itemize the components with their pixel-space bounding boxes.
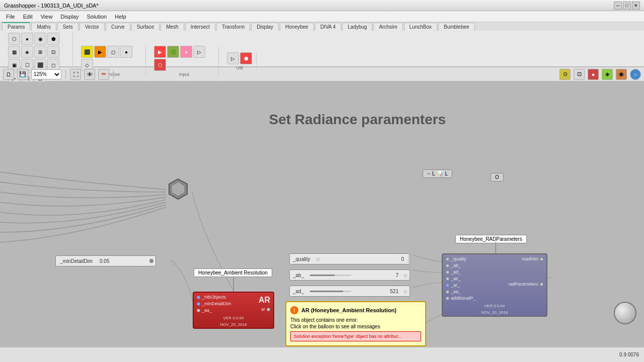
port-label-ab: _ab_ bbox=[451, 263, 461, 268]
maximize-button[interactable]: □ bbox=[623, 2, 631, 10]
rad-port-ab: _ab_ bbox=[446, 263, 495, 268]
tab-archsim[interactable]: Archsim bbox=[373, 23, 403, 31]
tab-diva4[interactable]: DIVA 4 bbox=[315, 23, 341, 31]
menu-view[interactable]: View bbox=[37, 13, 57, 21]
hex-node[interactable] bbox=[166, 177, 190, 201]
menu-solution[interactable]: Solution bbox=[83, 13, 111, 21]
ambient-date: NOV_20_2018 bbox=[194, 321, 273, 328]
tab-ladybug[interactable]: Ladybug bbox=[342, 23, 372, 31]
port-min-dot bbox=[197, 302, 200, 306]
menu-file[interactable]: File bbox=[2, 13, 19, 21]
ribbon-icon-p3[interactable]: ◻ bbox=[107, 46, 119, 58]
tab-vector[interactable]: Vector bbox=[79, 23, 105, 31]
quality-value: 0 bbox=[323, 255, 407, 263]
ribbon-icon-i2[interactable]: 🌿 bbox=[167, 46, 179, 58]
ribbon-icon-i5[interactable]: ⬡ bbox=[154, 59, 166, 71]
ribbon-icon-3[interactable]: ◉ bbox=[34, 33, 46, 45]
tab-surface[interactable]: Surface bbox=[131, 23, 159, 31]
ar-port-label: ar bbox=[261, 307, 265, 312]
titlebar: Grasshopper - 190313_DA_UDI_sDA* ─ □ ✕ bbox=[0, 0, 644, 11]
top-node-graph-icon: 📊 bbox=[437, 171, 443, 176]
ab-node-label: _ab_ bbox=[290, 272, 307, 279]
sketch-button[interactable]: ✏ bbox=[98, 69, 109, 80]
ribbon-icon-8[interactable]: ⊡ bbox=[47, 46, 59, 58]
port-dot-quality bbox=[446, 257, 449, 261]
tab-bumblebee[interactable]: Bumblebee bbox=[438, 23, 475, 31]
ribbon-group-util-label: Util bbox=[236, 65, 243, 70]
rad-out-readme: readMe! bbox=[522, 256, 543, 261]
tab-intersect[interactable]: Intersect bbox=[185, 23, 215, 31]
new-button[interactable]: 🗋 bbox=[3, 69, 14, 80]
ribbon-icon-1[interactable]: ⬡ bbox=[8, 33, 20, 45]
ab-slider-track[interactable] bbox=[310, 275, 351, 276]
balloon-error-click: Click on the balloon to see all messages bbox=[290, 324, 421, 329]
balloon-error-intro: This object contains one error. bbox=[290, 317, 421, 323]
rad-params-label: Honeybee_RADParameters bbox=[455, 235, 527, 243]
tab-lunchbox[interactable]: LunchBox bbox=[404, 23, 437, 31]
ambient-outputs: AR ar bbox=[233, 295, 270, 313]
ad-slider-fill bbox=[310, 291, 343, 292]
tab-maths[interactable]: Maths bbox=[31, 23, 56, 31]
close-button[interactable]: ✕ bbox=[632, 2, 640, 10]
tab-mesh[interactable]: Mesh bbox=[160, 23, 184, 31]
tab-display[interactable]: Display bbox=[251, 23, 279, 31]
tab-honeybee[interactable]: Honeybee bbox=[280, 23, 314, 31]
canvas[interactable]: Set Radiance paramenters ━ L 📊 L O Honey… bbox=[0, 81, 644, 347]
ribbon-icon-p1[interactable]: ⬛ bbox=[81, 46, 93, 58]
nav-button4[interactable]: ◈ bbox=[602, 69, 613, 80]
port-dot-addl bbox=[446, 297, 449, 300]
port-dot-out-readme bbox=[540, 257, 543, 261]
quality-node[interactable]: _quality ◇ 0 bbox=[289, 253, 410, 264]
menu-display[interactable]: Display bbox=[56, 13, 83, 21]
nav-button1[interactable]: ⊙ bbox=[559, 69, 571, 80]
top-node-l2-label: L bbox=[445, 171, 448, 176]
zoom-select[interactable]: 125% 100% 75% 50% bbox=[31, 69, 61, 79]
rad-port-as: _as_ bbox=[446, 276, 495, 281]
ribbon-icon-i4[interactable]: ▷ bbox=[193, 46, 205, 58]
ribbon-icon-p2[interactable]: ▶ bbox=[94, 46, 106, 58]
save-button[interactable]: 💾 bbox=[17, 69, 28, 80]
ribbon-icon-2[interactable]: ● bbox=[21, 33, 33, 45]
menu-edit[interactable]: Edit bbox=[19, 13, 37, 21]
ambient-node[interactable]: _HBObjects _minDetailDim _aa_ AR ar bbox=[193, 292, 274, 329]
nav-button3[interactable]: ● bbox=[588, 69, 599, 80]
ribbon-icon-i3[interactable]: ♦ bbox=[180, 46, 192, 58]
ambient-port-min: _minDetailDim bbox=[197, 301, 233, 306]
ribbon-icon-i1[interactable]: ▶ bbox=[154, 46, 166, 58]
ad-node[interactable]: _ad_ 521 ◇ bbox=[289, 286, 410, 297]
fit-button[interactable]: ⛶ bbox=[70, 69, 81, 80]
tab-transform[interactable]: Transform bbox=[216, 23, 250, 31]
tab-sets[interactable]: Sets bbox=[57, 23, 78, 31]
port-dot-ad bbox=[446, 270, 449, 274]
nav-button5[interactable]: ◉ bbox=[616, 69, 627, 80]
ribbon-icon-p4[interactable]: ● bbox=[120, 46, 132, 58]
nav-sphere[interactable] bbox=[614, 302, 636, 324]
ar-port-dot bbox=[267, 308, 270, 311]
port-dot-ar bbox=[446, 284, 449, 287]
ab-node[interactable]: _ab_ 7 ◇ bbox=[289, 269, 410, 281]
tab-params[interactable]: Params bbox=[2, 22, 30, 31]
menu-help[interactable]: Help bbox=[111, 13, 130, 21]
ribbon-icon-5[interactable]: ▦ bbox=[8, 46, 20, 58]
ribbon-group-util: ▷ ⬟ Util bbox=[223, 52, 257, 70]
ribbon-icon-4[interactable]: ⬟ bbox=[47, 33, 59, 45]
nav-button6[interactable]: ○ bbox=[630, 69, 641, 80]
ad-slider-track[interactable] bbox=[310, 291, 351, 292]
rad-port-addl: additionalP_ bbox=[446, 296, 495, 301]
ribbon-icon-6[interactable]: ◈ bbox=[21, 46, 33, 58]
ribbon-icon-u1[interactable]: ▷ bbox=[227, 52, 239, 64]
nav-button2[interactable]: ⊡ bbox=[574, 69, 585, 80]
view-button[interactable]: 👁 bbox=[84, 69, 95, 80]
ribbon-icon-u2[interactable]: ⬟ bbox=[240, 52, 252, 64]
tab-curve[interactable]: Curve bbox=[106, 23, 130, 31]
ribbon-tabs: Params Maths Sets Vector Curve Surface M… bbox=[0, 22, 644, 31]
minimize-button[interactable]: ─ bbox=[614, 2, 622, 10]
min-detail-node[interactable]: _minDetailDim 0.05 bbox=[55, 255, 156, 266]
ambient-body: _HBObjects _minDetailDim _aa_ AR ar bbox=[194, 293, 273, 315]
port-aa-dot bbox=[197, 309, 200, 312]
balloon-header: ! AR (Honeybee_Ambient Resolution) bbox=[290, 306, 421, 314]
ribbon-icon-7[interactable]: ⊞ bbox=[34, 46, 46, 58]
balloon-tooltip[interactable]: ! AR (Honeybee_Ambient Resolution) This … bbox=[285, 301, 426, 346]
rad-params-node[interactable]: _quality _ab_ _ad_ _as_ _ar_ bbox=[442, 253, 547, 317]
ribbon: Params Maths Sets Vector Curve Surface M… bbox=[0, 22, 644, 67]
